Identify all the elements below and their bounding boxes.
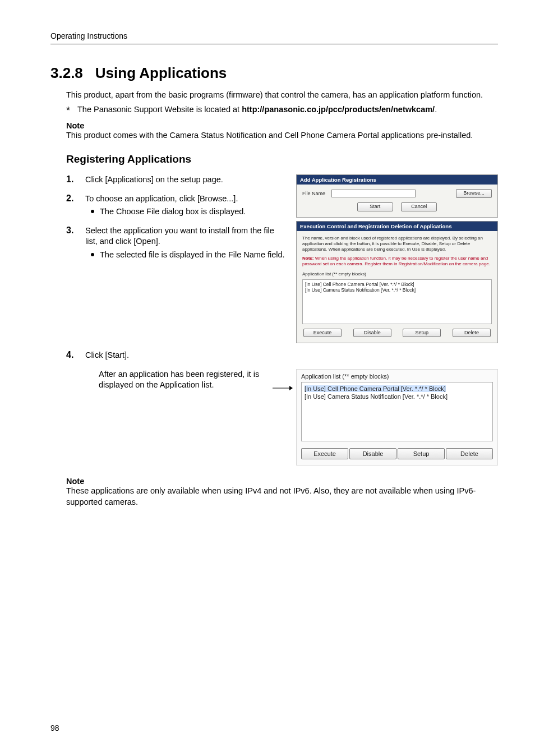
step-3: 3. Select the application you want to in… xyxy=(66,225,286,261)
arrow-icon xyxy=(273,369,293,394)
step-number: 4. xyxy=(66,350,79,361)
action-button-row: Execute Disable Setup Delete xyxy=(302,329,492,338)
application-list[interactable]: [In Use] Cell Phone Camera Portal [Ver. … xyxy=(301,382,493,441)
list-item[interactable]: [In Use] Camera Status Notification [Ver… xyxy=(305,287,489,293)
sub-bullet: The selected file is displayed in the Fi… xyxy=(86,250,286,261)
file-name-label: File Name xyxy=(302,191,328,196)
footnote-url: http://panasonic.co.jp/pcc/products/en/n… xyxy=(242,105,435,114)
footnote-text: The Panasonic Support Website is located… xyxy=(77,104,437,116)
disable-button[interactable]: Disable xyxy=(353,329,391,338)
section-number: 3.2.8 xyxy=(50,64,83,82)
panel-warning: Note: When using the application functio… xyxy=(302,256,492,267)
sub-bullet: The Choose File dialog box is displayed. xyxy=(86,206,246,218)
result-text: After an application has been registered… xyxy=(66,369,269,391)
list-item[interactable]: [In Use] Cell Phone Camera Portal [Ver. … xyxy=(305,385,490,393)
subheading: Registering Applications xyxy=(66,153,498,165)
note-body: These applications are only available wh… xyxy=(66,486,498,508)
page-number: 98 xyxy=(50,723,59,732)
footnote: * The Panasonic Support Website is locat… xyxy=(66,104,498,116)
list-item[interactable]: [In Use] Cell Phone Camera Portal [Ver. … xyxy=(305,282,489,288)
step-1: 1. Click [Applications] on the setup pag… xyxy=(66,174,286,186)
step-text: Click [Start]. xyxy=(85,350,129,361)
running-head: Operating Instructions xyxy=(50,31,498,44)
step-number: 1. xyxy=(66,174,79,186)
step-4: 4. Click [Start]. xyxy=(66,350,498,361)
setup-button[interactable]: Setup xyxy=(403,329,441,338)
footnote-post: . xyxy=(435,105,437,114)
execution-control-panel: Execution Control and Registration Delet… xyxy=(296,221,498,344)
start-button[interactable]: Start xyxy=(357,202,393,211)
warning-label: Note: xyxy=(302,256,313,261)
asterisk-icon: * xyxy=(66,104,77,116)
step-number: 2. xyxy=(66,193,79,218)
note-heading: Note xyxy=(66,477,498,486)
application-list[interactable]: [In Use] Cell Phone Camera Portal [Ver. … xyxy=(302,279,492,324)
note-heading: Note xyxy=(66,121,498,130)
intro-text: This product, apart from the basic progr… xyxy=(66,90,498,101)
panel-description: The name, version and block used of regi… xyxy=(302,236,492,252)
add-registration-panel: Add Application Registrations File Name … xyxy=(296,174,498,217)
delete-button[interactable]: Delete xyxy=(453,329,491,338)
application-list-caption: Application list (** empty blocks) xyxy=(302,271,492,277)
application-list-caption: Application list (** empty blocks) xyxy=(301,373,493,380)
list-item[interactable]: [In Use] Camera Status Notification [Ver… xyxy=(305,393,490,400)
bullet-icon xyxy=(91,253,94,256)
panel-title: Execution Control and Registration Delet… xyxy=(297,222,497,231)
action-button-row: Execute Disable Setup Delete xyxy=(301,448,493,459)
panel-title: Add Application Registrations xyxy=(297,175,497,185)
execute-button[interactable]: Execute xyxy=(301,448,348,459)
screenshot-column: Add Application Registrations File Name … xyxy=(296,174,498,347)
delete-button[interactable]: Delete xyxy=(446,448,493,459)
browse-button[interactable]: Browse... xyxy=(456,189,492,198)
section-title: Using Applications xyxy=(95,64,227,82)
disable-button[interactable]: Disable xyxy=(349,448,396,459)
step-number: 3. xyxy=(66,225,79,261)
step-text: Click [Applications] on the setup page. xyxy=(85,174,223,186)
steps-column: 1. Click [Applications] on the setup pag… xyxy=(66,174,286,347)
step-text: Select the application you want to insta… xyxy=(85,225,286,247)
step-text: To choose an application, click [Browse.… xyxy=(85,193,246,205)
step-2: 2. To choose an application, click [Brow… xyxy=(66,193,286,218)
warning-text: When using the application function, it … xyxy=(302,256,490,266)
setup-button[interactable]: Setup xyxy=(398,448,445,459)
note-body: This product comes with the Camera Statu… xyxy=(66,130,498,141)
bullet-text: The selected file is displayed in the Fi… xyxy=(100,250,285,261)
file-name-input[interactable] xyxy=(331,190,416,197)
bullet-text: The Choose File dialog box is displayed. xyxy=(100,206,246,218)
bullet-icon xyxy=(91,210,94,213)
start-cancel-row: Start Cancel xyxy=(302,202,492,211)
application-list-panel: Application list (** empty blocks) [In U… xyxy=(296,369,498,465)
footnote-pre: The Panasonic Support Website is located… xyxy=(77,105,242,114)
execute-button[interactable]: Execute xyxy=(303,329,342,338)
svg-marker-1 xyxy=(289,386,293,390)
section-heading: 3.2.8 Using Applications xyxy=(50,64,498,82)
cancel-button[interactable]: Cancel xyxy=(401,202,437,211)
